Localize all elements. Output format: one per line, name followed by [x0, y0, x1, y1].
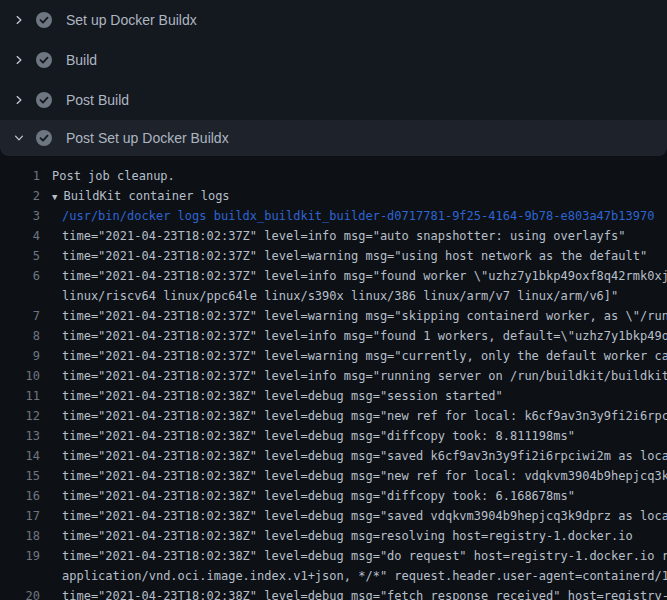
log-line: 17time="2021-04-23T18:02:38Z" level=debu…	[0, 506, 667, 526]
log-text: time="2021-04-23T18:02:38Z" level=debug …	[40, 446, 667, 466]
log-text: time="2021-04-23T18:02:37Z" level=warnin…	[40, 246, 647, 266]
chevron-down-icon[interactable]	[13, 132, 25, 144]
log-text: time="2021-04-23T18:02:37Z" level=warnin…	[40, 306, 667, 326]
log-line-number	[0, 566, 40, 586]
step-label: Build	[66, 52, 97, 68]
steps-panel: Set up Docker BuildxBuildPost BuildPost …	[0, 0, 667, 156]
log-group-label[interactable]: BuildKit container logs	[63, 189, 229, 203]
log-line-number[interactable]: 7	[0, 306, 40, 326]
log-line-number[interactable]: 6	[0, 266, 40, 286]
log-line: 2▼BuildKit container logs	[0, 186, 667, 206]
log-line: 3/usr/bin/docker logs buildx_buildkit_bu…	[0, 206, 667, 226]
log-text: time="2021-04-23T18:02:38Z" level=debug …	[40, 406, 667, 426]
log-line-number[interactable]: 14	[0, 446, 40, 466]
log-line-wrap: application/vnd.oci.image.index.v1+json,…	[0, 566, 667, 586]
log-command-text: /usr/bin/docker logs buildx_buildkit_bui…	[40, 206, 654, 226]
log-line: 15time="2021-04-23T18:02:38Z" level=debu…	[0, 466, 667, 486]
log-line-number[interactable]: 9	[0, 346, 40, 366]
log-line-number[interactable]: 1	[0, 166, 40, 186]
log-line: 9time="2021-04-23T18:02:37Z" level=warni…	[0, 346, 667, 366]
log-line: 11time="2021-04-23T18:02:38Z" level=debu…	[0, 386, 667, 406]
step-header-post-set-up-docker-buildx[interactable]: Post Set up Docker Buildx	[0, 120, 667, 156]
log-line-number[interactable]: 10	[0, 366, 40, 386]
success-check-icon	[36, 130, 52, 146]
success-check-icon	[36, 12, 52, 28]
log-line: 10time="2021-04-23T18:02:37Z" level=info…	[0, 366, 667, 386]
log-text: time="2021-04-23T18:02:37Z" level=info m…	[40, 266, 667, 286]
log-text: time="2021-04-23T18:02:38Z" level=debug …	[40, 586, 667, 600]
log-line-number[interactable]: 5	[0, 246, 40, 266]
log-line-number[interactable]: 11	[0, 386, 40, 406]
step-label: Post Set up Docker Buildx	[66, 130, 229, 146]
log-line-number[interactable]: 8	[0, 326, 40, 346]
log-text: time="2021-04-23T18:02:38Z" level=debug …	[40, 426, 575, 446]
log-line-wrap: linux/riscv64 linux/ppc64le linux/s390x …	[0, 286, 667, 306]
log-line-number[interactable]: 2	[0, 186, 40, 206]
log-text: time="2021-04-23T18:02:37Z" level=info m…	[40, 226, 626, 246]
log-line-number[interactable]: 15	[0, 466, 40, 486]
log-line-number[interactable]: 20	[0, 586, 40, 600]
log-text: time="2021-04-23T18:02:38Z" level=debug …	[40, 466, 667, 486]
log-text: application/vnd.oci.image.index.v1+json,…	[40, 566, 667, 586]
log-line: 6time="2021-04-23T18:02:37Z" level=info …	[0, 266, 667, 286]
log-line-number[interactable]: 4	[0, 226, 40, 246]
log-line-number[interactable]: 18	[0, 526, 40, 546]
log-line-number[interactable]: 17	[0, 506, 40, 526]
log-line: 12time="2021-04-23T18:02:38Z" level=debu…	[0, 406, 667, 426]
chevron-right-icon[interactable]	[13, 14, 25, 26]
step-header-build[interactable]: Build	[0, 40, 667, 80]
log-line: 8time="2021-04-23T18:02:37Z" level=info …	[0, 326, 667, 346]
log-line: 18time="2021-04-23T18:02:38Z" level=debu…	[0, 526, 667, 546]
log-line-number[interactable]: 13	[0, 426, 40, 446]
log-line: 19time="2021-04-23T18:02:38Z" level=debu…	[0, 546, 667, 566]
success-check-icon	[36, 52, 52, 68]
log-line-number[interactable]: 16	[0, 486, 40, 506]
log-line: 20time="2021-04-23T18:02:38Z" level=debu…	[0, 586, 667, 600]
log-text: Post job cleanup.	[40, 166, 175, 186]
log-text: time="2021-04-23T18:02:37Z" level=info m…	[40, 366, 667, 386]
success-check-icon	[36, 92, 52, 108]
chevron-right-icon[interactable]	[13, 94, 25, 106]
log-line: 14time="2021-04-23T18:02:38Z" level=debu…	[0, 446, 667, 466]
log-text: ▼BuildKit container logs	[40, 186, 230, 206]
log-line: 5time="2021-04-23T18:02:37Z" level=warni…	[0, 246, 667, 266]
log-line: 13time="2021-04-23T18:02:38Z" level=debu…	[0, 426, 667, 446]
log-line-number[interactable]: 12	[0, 406, 40, 426]
log-line: 4time="2021-04-23T18:02:37Z" level=info …	[0, 226, 667, 246]
log-text: linux/riscv64 linux/ppc64le linux/s390x …	[40, 286, 618, 306]
log-line: 1Post job cleanup.	[0, 166, 667, 186]
step-header-post-build[interactable]: Post Build	[0, 80, 667, 120]
log-line-number	[0, 286, 40, 306]
log-panel: 1Post job cleanup.2▼BuildKit container l…	[0, 156, 667, 600]
log-text: time="2021-04-23T18:02:38Z" level=debug …	[40, 506, 667, 526]
step-label: Post Build	[66, 92, 129, 108]
log-group-toggle-icon[interactable]: ▼	[52, 187, 57, 206]
log-text: time="2021-04-23T18:02:38Z" level=debug …	[40, 486, 575, 506]
log-line: 7time="2021-04-23T18:02:37Z" level=warni…	[0, 306, 667, 326]
log-text: time="2021-04-23T18:02:38Z" level=debug …	[40, 526, 633, 546]
log-text: time="2021-04-23T18:02:37Z" level=info m…	[40, 326, 667, 346]
log-text: time="2021-04-23T18:02:37Z" level=warnin…	[40, 346, 667, 366]
chevron-right-icon[interactable]	[13, 54, 25, 66]
log-text: time="2021-04-23T18:02:38Z" level=debug …	[40, 386, 503, 406]
step-label: Set up Docker Buildx	[66, 12, 197, 28]
step-header-set-up-docker-buildx[interactable]: Set up Docker Buildx	[0, 0, 667, 40]
log-text: time="2021-04-23T18:02:38Z" level=debug …	[40, 546, 667, 566]
log-line: 16time="2021-04-23T18:02:38Z" level=debu…	[0, 486, 667, 506]
log-line-number[interactable]: 19	[0, 546, 40, 566]
log-line-number[interactable]: 3	[0, 206, 40, 226]
